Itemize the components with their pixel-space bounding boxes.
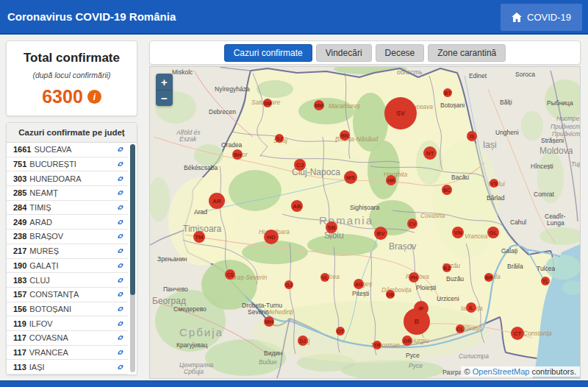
map-marker-BT[interactable]: BT [443, 88, 452, 97]
map-marker-SV[interactable]: SV [384, 97, 417, 129]
map-marker-DJ[interactable]: DJ [298, 335, 308, 346]
link-icon[interactable] [116, 348, 125, 357]
map-marker-DB[interactable]: DB [386, 290, 395, 299]
map-label: Bălți [500, 99, 512, 106]
map-label: Nyíregyháza [215, 85, 250, 93]
map-marker-IF[interactable]: IF [414, 301, 429, 316]
map-marker-VL[interactable]: VL [320, 273, 329, 282]
info-icon[interactable]: i [87, 90, 101, 104]
link-icon[interactable] [116, 261, 125, 270]
map-marker-CV[interactable]: CV [407, 219, 417, 229]
map-marker-BC[interactable]: BC [442, 185, 452, 195]
table-scrollbar-thumb[interactable] [130, 144, 135, 295]
tab-cazuri-confirmate[interactable]: Cazuri confirmate [224, 44, 312, 62]
tab-vindecari[interactable]: Vindecări [316, 44, 372, 62]
tab-decese[interactable]: Decese [376, 44, 425, 62]
marker-code: HR [387, 178, 395, 183]
map-label: Cahul [510, 219, 526, 226]
map-marker-AB[interactable]: AB [291, 200, 303, 212]
map-marker-PH[interactable]: PH [409, 272, 419, 283]
link-icon[interactable] [116, 290, 125, 299]
map-label: Нистрения [556, 115, 581, 122]
link-icon[interactable] [116, 188, 125, 197]
map-zoom-control: + − [156, 74, 173, 106]
link-icon[interactable] [116, 145, 125, 154]
link-icon[interactable] [116, 160, 125, 168]
covid19-nav-label: COVID-19 [527, 12, 571, 23]
marker-code: SV [396, 110, 405, 117]
map-marker-OT[interactable]: OT [336, 327, 345, 335]
map-marker-GL[interactable]: GL [487, 227, 499, 238]
county-count: 156 [13, 305, 26, 313]
table-row: 119ILFOV [7, 316, 128, 331]
link-icon[interactable] [116, 333, 125, 342]
zoom-out-button[interactable]: − [156, 90, 173, 106]
map-marker-TL[interactable]: TL [541, 277, 550, 285]
link-icon[interactable] [116, 363, 125, 372]
marker-code: B [415, 318, 420, 325]
county-name: VRANCEA [29, 348, 68, 357]
county-count: 249 [13, 218, 26, 227]
marker-code: MS [346, 174, 356, 181]
map-marker-MS[interactable]: MS [344, 171, 357, 184]
tab-zone-carantina[interactable]: Zone carantină [428, 44, 506, 62]
map-marker-SB[interactable]: SB [326, 221, 337, 233]
map-marker-SJ[interactable]: SJ [275, 134, 284, 143]
map-marker-HD[interactable]: HD [264, 230, 279, 244]
map-marker-CS[interactable]: CS [225, 269, 235, 280]
map-marker-NT[interactable]: NT [423, 146, 437, 160]
covid19-nav-button[interactable]: COVID-19 [501, 4, 582, 31]
map-marker-VS[interactable]: VS [490, 179, 498, 188]
marker-code: SJ [276, 136, 283, 141]
table-row: 190GALAȚI [7, 259, 128, 274]
link-icon[interactable] [116, 174, 125, 183]
map-marker-VN[interactable]: VN [452, 227, 464, 238]
total-confirmed-subtitle: (după locul confirmării) [7, 71, 137, 79]
marker-code: IS [470, 134, 475, 139]
map-marker-BV[interactable]: BV [374, 227, 387, 240]
map-marker-BH[interactable]: BH [232, 149, 243, 160]
link-icon[interactable] [116, 305, 125, 313]
map-marker-BZ[interactable]: BZ [442, 263, 451, 272]
map-marker-IL[interactable]: IL [466, 302, 476, 313]
zoom-in-button[interactable]: + [156, 74, 173, 90]
map-label: Maramureș [329, 102, 361, 110]
marker-code: BZ [443, 266, 451, 271]
link-icon[interactable] [116, 218, 125, 227]
link-icon[interactable] [116, 276, 125, 285]
map-marker-AR[interactable]: AR [209, 193, 225, 209]
marker-code: SM [264, 101, 272, 106]
link-icon[interactable] [116, 232, 125, 241]
map-marker-BN[interactable]: BN [340, 130, 350, 141]
openstreetmap-link[interactable]: OpenStreetMap [473, 367, 530, 376]
county-name: ILFOV [29, 319, 53, 328]
map-label: Brăila [507, 263, 523, 270]
attribution-prefix: © [465, 367, 473, 376]
map-canvas: MiskolcNyíregyházaDebrecenOradeaBékéscsa… [150, 67, 581, 379]
map-marker-GR[interactable]: GR [402, 335, 412, 346]
map-marker-BR[interactable]: BR [484, 273, 493, 282]
map-marker-TR[interactable]: TR [373, 341, 381, 349]
marker-code: IF [418, 305, 423, 312]
map-marker-GJ[interactable]: GJ [284, 280, 293, 289]
map-marker-CT[interactable]: CT [511, 327, 524, 340]
link-icon[interactable] [116, 319, 125, 328]
map-marker-CL[interactable]: CL [456, 324, 465, 333]
map[interactable]: MiskolcNyíregyházaDebrecenOradeaBékéscsa… [149, 66, 581, 379]
county-count: 751 [13, 160, 26, 168]
link-icon[interactable] [116, 246, 125, 255]
marker-code: IL [469, 305, 474, 310]
map-marker-MH[interactable]: MH [264, 316, 274, 327]
table-row: 217MUREȘ [7, 244, 128, 259]
map-marker-CJ[interactable]: CJ [294, 159, 306, 171]
marker-code: BR [485, 275, 492, 280]
county-name: NEAMȚ [29, 188, 58, 197]
map-marker-MM[interactable]: MM [314, 100, 324, 110]
map-marker-TM[interactable]: TM [193, 231, 205, 243]
table-scrollbar[interactable] [130, 144, 135, 372]
link-icon[interactable] [116, 203, 125, 212]
map-marker-SM[interactable]: SM [263, 99, 272, 107]
map-marker-IS[interactable]: IS [467, 131, 477, 141]
map-marker-AG[interactable]: AG [354, 279, 364, 289]
map-marker-HR[interactable]: HR [386, 175, 396, 185]
